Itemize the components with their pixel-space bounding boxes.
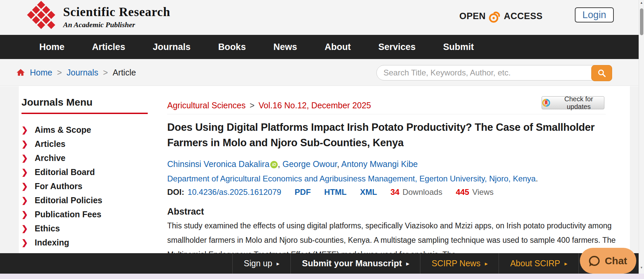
page: Scientific Research An Academic Publishe… [0, 0, 644, 279]
journal-link[interactable]: Agricultural Sciences [167, 101, 245, 110]
scrollbar[interactable]: ▲ ▼ [639, 0, 644, 274]
affiliation-period: . [536, 174, 538, 183]
article-title: Does Using Digital Platforms Impact Iris… [167, 120, 609, 151]
pdf-link[interactable]: PDF [295, 187, 311, 197]
chevron-right-icon: ❯ [21, 125, 28, 134]
affiliation-link[interactable]: Department of Agricultural Economics and… [167, 174, 536, 183]
bottom-bar: Sign up▸ Submit your Manuscript▸ SCIRP N… [0, 253, 644, 274]
sidebar-item-editorial-policies[interactable]: ❯Editorial Policies [21, 193, 154, 207]
chevron-right-icon: ❯ [21, 224, 28, 233]
arrow-right-icon: ▸ [406, 260, 409, 267]
site-header: Scientific Research An Academic Publishe… [0, 0, 644, 35]
journals-menu: Journals Menu ❯Aims & Scope ❯Articles ❯A… [21, 97, 154, 249]
home-icon[interactable] [16, 68, 25, 77]
breadcrumb-separator: > [103, 68, 108, 77]
page-gutter-right [630, 86, 639, 253]
author-link[interactable]: Antony Mwangi Kibe [341, 159, 418, 169]
chat-button[interactable]: Chat [580, 248, 636, 274]
journals-menu-title: Journals Menu [21, 97, 154, 108]
chevron-right-icon: ❯ [21, 140, 28, 149]
chevron-right-icon: ❯ [21, 210, 28, 219]
doi-link[interactable]: 10.4236/as.2025.1612079 [188, 187, 281, 197]
open-lock-icon [488, 9, 502, 23]
scroll-down-arrow-icon[interactable]: ▼ [639, 265, 644, 270]
journal-separator: > [249, 101, 255, 110]
breadcrumb-separator: > [57, 68, 62, 77]
arrow-right-icon: ▸ [485, 260, 488, 267]
nav-item-home[interactable]: Home [39, 42, 64, 52]
issue-link[interactable]: Vol.16 No.12, December 2025 [259, 101, 371, 110]
open-access-logo: OPEN ACCESS [459, 9, 543, 23]
signup-link[interactable]: Sign up▸ [232, 253, 290, 274]
chevron-right-icon: ❯ [21, 182, 28, 191]
scrollbar-thumb[interactable] [640, 8, 643, 35]
orcid-icon[interactable]: iD [270, 161, 278, 168]
scirp-news-link[interactable]: SCIRP News▸ [420, 253, 499, 274]
html-link[interactable]: HTML [324, 187, 347, 197]
journal-breadcrumb: Agricultural Sciences > Vol.16 No.12, De… [167, 101, 371, 110]
nav-item-submit[interactable]: Submit [443, 42, 474, 52]
author-separator: , [337, 159, 339, 169]
breadcrumb-home[interactable]: Home [30, 68, 52, 77]
chat-label: Chat [605, 255, 627, 267]
sidebar-item-articles[interactable]: ❯Articles [21, 137, 154, 151]
breadcrumb-row: Home > Journals > Article [0, 59, 644, 86]
submit-manuscript-link[interactable]: Submit your Manuscript▸ [290, 253, 420, 274]
open-access-word-open: OPEN [459, 11, 486, 21]
chevron-right-icon: ❯ [21, 238, 28, 247]
nav-item-services[interactable]: Services [378, 42, 416, 52]
chevron-right-icon: ❯ [21, 154, 28, 163]
search-box [376, 65, 612, 80]
nav-item-books[interactable]: Books [218, 42, 246, 52]
sidebar-item-for-authors[interactable]: ❯For Authors [21, 179, 154, 193]
breadcrumb: Home > Journals > Article [16, 59, 136, 86]
xml-link[interactable]: XML [360, 187, 377, 197]
logo-subtitle: An Academic Publisher [63, 20, 170, 29]
journals-menu-list: ❯Aims & Scope ❯Articles ❯Archive ❯Editor… [21, 123, 154, 249]
nav-item-articles[interactable]: Articles [92, 42, 125, 52]
sidebar-item-publication-fees[interactable]: ❯Publication Fees [21, 207, 154, 221]
page-gutter-left [0, 86, 19, 253]
search-icon [597, 69, 606, 77]
main-nav: Home Articles Journals Books News About … [0, 35, 644, 59]
logo-text: Scientific Research An Academic Publishe… [63, 1, 170, 29]
bottom-edge-strip [0, 274, 644, 279]
nav-item-about[interactable]: About [325, 42, 351, 52]
about-scirp-link[interactable]: About SCIRP▸ [499, 253, 579, 274]
nav-item-news[interactable]: News [273, 42, 297, 52]
affiliation-line: Department of Agricultural Economics and… [167, 174, 538, 183]
views-count: 445 [456, 187, 469, 197]
doi-row: DOI: 10.4236/as.2025.1612079 PDF HTML XM… [167, 187, 494, 197]
divider [167, 114, 606, 114]
bottom-bar-links: Sign up▸ Submit your Manuscript▸ SCIRP N… [232, 253, 598, 274]
publisher-logo[interactable]: Scientific Research An Academic Publishe… [24, 1, 170, 34]
sidebar-item-indexing[interactable]: ❯Indexing [21, 235, 154, 249]
breadcrumb-current: Article [112, 68, 136, 77]
open-access-word-access: ACCESS [504, 11, 543, 21]
search-button[interactable] [591, 65, 612, 81]
scroll-up-arrow-icon[interactable]: ▲ [639, 0, 644, 5]
doi-label: DOI: [167, 187, 184, 197]
search-input[interactable] [383, 66, 585, 80]
abstract-heading: Abstract [167, 207, 204, 217]
downloads-label: Downloads [403, 187, 443, 197]
sidebar-item-ethics[interactable]: ❯Ethics [21, 221, 154, 235]
crossmark-icon [542, 98, 550, 107]
chevron-right-icon: ❯ [21, 168, 28, 177]
scirp-diamonds-icon [24, 1, 59, 34]
arrow-right-icon: ▸ [564, 260, 567, 267]
nav-item-journals[interactable]: Journals [153, 42, 191, 52]
check-for-updates-label: Check for updates [553, 95, 604, 111]
author-separator: , [278, 159, 280, 169]
sidebar-item-aims-scope[interactable]: ❯Aims & Scope [21, 123, 154, 137]
logo-title: Scientific Research [63, 5, 170, 19]
login-button[interactable]: Login [575, 7, 614, 22]
breadcrumb-journals[interactable]: Journals [66, 68, 98, 77]
journals-menu-rule [21, 113, 148, 114]
authors-line: Chinsinsi Veronica DakaliraiD, George Ow… [167, 159, 418, 169]
author-link[interactable]: George Owour [282, 159, 337, 169]
sidebar-item-editorial-board[interactable]: ❯Editorial Board [21, 165, 154, 179]
sidebar-item-archive[interactable]: ❯Archive [21, 151, 154, 165]
check-for-updates-button[interactable]: Check for updates [542, 96, 604, 109]
author-link[interactable]: Chinsinsi Veronica Dakalira [167, 159, 269, 169]
